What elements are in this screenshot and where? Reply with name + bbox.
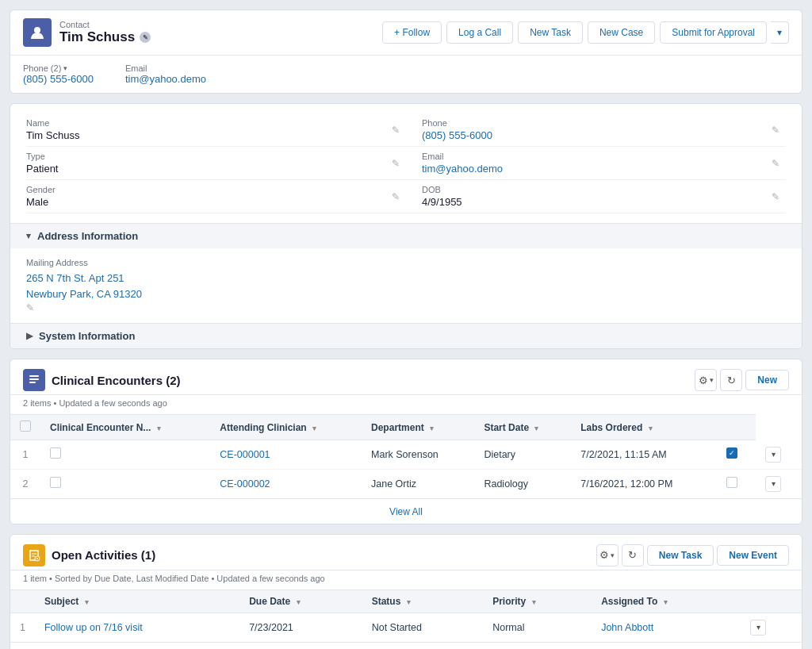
clinical-view-all-link[interactable]: View All xyxy=(389,506,423,517)
activity-row-1-status: Not Started xyxy=(362,613,484,642)
email-info: Email tim@yahoo.demo xyxy=(125,63,206,85)
contact-header: Contact Tim Schuss ✎ + Follow Log a Call… xyxy=(10,10,802,56)
gender-edit-btn[interactable]: ✎ xyxy=(392,191,400,202)
phone-value[interactable]: (805) 555-6000 xyxy=(23,73,94,85)
mailing-line1: 265 N 7th St. Apt 251 xyxy=(26,272,124,284)
address-edit-btn[interactable]: ✎ xyxy=(26,302,34,313)
address-section-header[interactable]: ▾ Address Information xyxy=(10,223,802,248)
row-2-checkbox[interactable] xyxy=(50,477,61,488)
activities-th-subject[interactable]: Subject ▾ xyxy=(35,589,239,613)
row-1-clinician: Mark Sorenson xyxy=(362,440,474,470)
clinical-view-all-row: View All xyxy=(10,498,802,524)
activities-subtitle: 1 item • Sorted by Due Date, Last Modifi… xyxy=(10,570,802,589)
clinical-th-encounter[interactable]: Clinical Encounter N... ▾ xyxy=(40,415,210,440)
dob-field: DOB 4/9/1955 ✎ xyxy=(406,180,786,213)
activity-1-subject-link[interactable]: Follow up on 7/16 visit xyxy=(44,622,143,633)
open-activities-table: Subject ▾ Due Date ▾ Status ▾ Priority ▾… xyxy=(10,589,802,642)
phone-field-value: (805) 555-6000 xyxy=(422,129,773,141)
email-label: Email xyxy=(125,63,206,73)
phone-field-label: Phone xyxy=(422,118,773,128)
row-1-check xyxy=(40,440,210,470)
follow-button[interactable]: + Follow xyxy=(382,21,442,44)
contact-avatar xyxy=(23,18,52,47)
encounter-2-link[interactable]: CE-000002 xyxy=(220,478,270,490)
email-field: Email tim@yahoo.demo ✎ xyxy=(406,147,786,180)
type-label: Type xyxy=(26,152,393,161)
gender-label: Gender xyxy=(26,185,393,194)
gender-field: Gender Male ✎ xyxy=(26,180,406,213)
submit-approval-button[interactable]: Submit for Approval xyxy=(660,21,767,44)
assigned-to-1-link[interactable]: John Abbott xyxy=(601,622,653,633)
activities-gear-button[interactable]: ⚙ ▾ xyxy=(596,544,619,566)
phone-dropdown-arrow[interactable]: ▾ xyxy=(63,64,67,72)
svg-rect-3 xyxy=(29,382,36,383)
activities-new-task-button[interactable]: New Task xyxy=(647,545,714,566)
row-2-department: Radiology xyxy=(474,469,571,498)
clinical-new-button[interactable]: New xyxy=(745,370,789,390)
activities-view-all-row: View All xyxy=(10,642,802,650)
row-1-num: 1 xyxy=(10,440,40,470)
clinical-th-clinician[interactable]: Attending Clinician ▾ xyxy=(210,415,362,440)
activities-th-assigned[interactable]: Assigned To ▾ xyxy=(592,589,741,613)
row-1-action-button[interactable]: ▾ xyxy=(765,447,781,463)
open-activities-header: Open Activities (1) ⚙ ▾ ↻ New Task New E… xyxy=(10,535,802,570)
contact-name: Tim Schuss ✎ xyxy=(59,29,151,45)
email-edit-btn[interactable]: ✎ xyxy=(772,158,779,169)
clinical-th-actions xyxy=(717,415,756,440)
activities-th-priority[interactable]: Priority ▾ xyxy=(483,589,592,613)
clinical-gear-button[interactable]: ⚙ ▾ xyxy=(695,369,717,391)
row-1-action: ▾ xyxy=(756,440,802,470)
system-section-title: System Information xyxy=(39,330,135,342)
header-actions: + Follow Log a Call New Task New Case Su… xyxy=(382,21,789,44)
name-edit-btn[interactable]: ✎ xyxy=(392,125,400,136)
svg-rect-1 xyxy=(29,375,39,377)
row-2-num: 2 xyxy=(10,469,40,498)
svg-rect-2 xyxy=(29,378,39,380)
activity-row-1-num: 1 xyxy=(10,613,35,642)
row-2-action-button[interactable]: ▾ xyxy=(765,476,781,492)
address-section-title: Address Information xyxy=(37,230,138,242)
new-task-button[interactable]: New Task xyxy=(518,21,583,44)
activities-th-status[interactable]: Status ▾ xyxy=(362,589,484,613)
activities-th-due-date[interactable]: Due Date ▾ xyxy=(239,589,362,613)
system-section-header[interactable]: ▶ System Information xyxy=(10,323,802,348)
clinical-th-start-date[interactable]: Start Date ▾ xyxy=(474,415,571,440)
clinical-encounters-icon xyxy=(23,369,45,391)
clinical-encounters-table: Clinical Encounter N... ▾ Attending Clin… xyxy=(10,414,802,498)
row-1-labs xyxy=(717,440,756,470)
row-1-checkbox[interactable] xyxy=(50,447,61,459)
select-all-checkbox[interactable] xyxy=(20,421,31,432)
log-call-button[interactable]: Log a Call xyxy=(446,21,513,44)
email-value[interactable]: tim@yahoo.demo xyxy=(125,73,206,85)
row-1-encounter: CE-000001 xyxy=(210,440,362,470)
type-value: Patient xyxy=(26,163,393,175)
clinical-th-department[interactable]: Department ▾ xyxy=(362,415,474,440)
new-case-button[interactable]: New Case xyxy=(588,21,655,44)
row-2-start-date: 7/16/2021, 12:00 PM xyxy=(571,469,716,498)
activity-row-1-action-button[interactable]: ▾ xyxy=(750,620,766,636)
dob-value: 4/9/1955 xyxy=(422,196,773,208)
open-activities-card: Open Activities (1) ⚙ ▾ ↻ New Task New E… xyxy=(10,534,802,650)
contact-edit-icon[interactable]: ✎ xyxy=(140,32,151,43)
phone-field: Phone (805) 555-6000 ✎ xyxy=(406,113,786,147)
address-section-body: Mailing Address 265 N 7th St. Apt 251 Ne… xyxy=(10,248,802,323)
clinical-refresh-button[interactable]: ↻ xyxy=(720,369,742,391)
labs-1-checkbox[interactable] xyxy=(726,447,737,459)
clinical-encounters-title: Clinical Encounters (2) xyxy=(52,374,181,387)
labs-2-checkbox[interactable] xyxy=(726,477,737,488)
dob-edit-btn[interactable]: ✎ xyxy=(772,191,779,202)
type-edit-btn[interactable]: ✎ xyxy=(392,158,400,169)
open-activities-title: Open Activities (1) xyxy=(52,548,155,562)
contact-label: Contact xyxy=(59,20,151,29)
clinical-encounters-header: Clinical Encounters (2) ⚙ ▾ ↻ New xyxy=(10,359,802,395)
encounter-1-link[interactable]: CE-000001 xyxy=(220,449,270,460)
detail-card: Name Tim Schuss ✎ Phone (805) 555-6000 ✎… xyxy=(10,103,802,349)
name-field: Name Tim Schuss ✎ xyxy=(26,113,406,147)
actions-dropdown-button[interactable]: ▾ xyxy=(771,21,789,44)
row-2-clinician: Jane Ortiz xyxy=(362,469,474,498)
activities-new-event-button[interactable]: New Event xyxy=(717,545,789,566)
phone-edit-btn[interactable]: ✎ xyxy=(772,125,779,136)
table-row: 1 Follow up on 7/16 visit 7/23/2021 Not … xyxy=(10,613,802,642)
clinical-th-labs[interactable]: Labs Ordered ▾ xyxy=(571,415,716,440)
activities-refresh-button[interactable]: ↻ xyxy=(622,544,644,566)
